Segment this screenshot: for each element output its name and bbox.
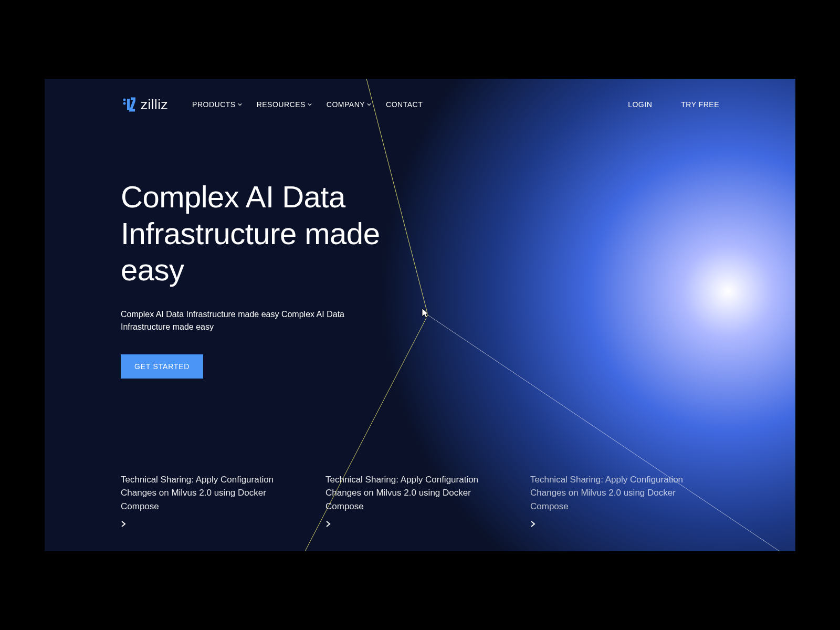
card-title: Technical Sharing: Apply Configuration C… bbox=[121, 473, 289, 513]
header-right: LOGIN TRY FREE bbox=[628, 100, 719, 109]
header-left: zilliz PRODUCTS RESOURCES bbox=[121, 97, 423, 113]
chevron-down-icon bbox=[238, 102, 242, 107]
header: zilliz PRODUCTS RESOURCES bbox=[121, 79, 719, 116]
card-item[interactable]: Technical Sharing: Apply Configuration C… bbox=[530, 473, 698, 530]
page-container: zilliz PRODUCTS RESOURCES bbox=[45, 79, 795, 551]
nav-item-contact[interactable]: CONTACT bbox=[386, 100, 423, 109]
card-title: Technical Sharing: Apply Configuration C… bbox=[530, 473, 698, 513]
logo-text: zilliz bbox=[141, 97, 168, 113]
chevron-down-icon bbox=[367, 102, 371, 107]
nav-item-products[interactable]: PRODUCTS bbox=[192, 100, 242, 109]
logo-icon bbox=[121, 97, 135, 112]
chevron-right-icon bbox=[121, 520, 126, 528]
main-nav: PRODUCTS RESOURCES COMPANY bbox=[192, 100, 423, 109]
nav-item-resources[interactable]: RESOURCES bbox=[257, 100, 312, 109]
try-free-link[interactable]: TRY FREE bbox=[681, 100, 719, 109]
nav-item-company[interactable]: COMPANY bbox=[327, 100, 371, 109]
login-link[interactable]: LOGIN bbox=[628, 100, 652, 109]
card-title: Technical Sharing: Apply Configuration C… bbox=[326, 473, 494, 513]
content-wrapper: zilliz PRODUCTS RESOURCES bbox=[45, 79, 795, 551]
hero-title: Complex AI Data Infrastructure made easy bbox=[121, 178, 415, 288]
svg-rect-5 bbox=[127, 99, 130, 110]
hero-section: Complex AI Data Infrastructure made easy… bbox=[121, 178, 719, 379]
nav-label: RESOURCES bbox=[257, 100, 306, 109]
logo[interactable]: zilliz bbox=[121, 97, 168, 113]
card-item[interactable]: Technical Sharing: Apply Configuration C… bbox=[326, 473, 494, 530]
nav-label: CONTACT bbox=[386, 100, 423, 109]
svg-point-4 bbox=[123, 102, 126, 105]
nav-label: COMPANY bbox=[327, 100, 365, 109]
nav-label: PRODUCTS bbox=[192, 100, 236, 109]
chevron-right-icon bbox=[326, 520, 331, 528]
card-item[interactable]: Technical Sharing: Apply Configuration C… bbox=[121, 473, 289, 530]
get-started-button[interactable]: GET STARTED bbox=[121, 354, 203, 379]
chevron-right-icon bbox=[530, 520, 536, 528]
cards-section: Technical Sharing: Apply Configuration C… bbox=[121, 473, 719, 530]
chevron-down-icon bbox=[308, 102, 312, 107]
svg-point-3 bbox=[123, 99, 126, 101]
hero-subtitle: Complex AI Data Infrastructure made easy… bbox=[121, 308, 357, 333]
